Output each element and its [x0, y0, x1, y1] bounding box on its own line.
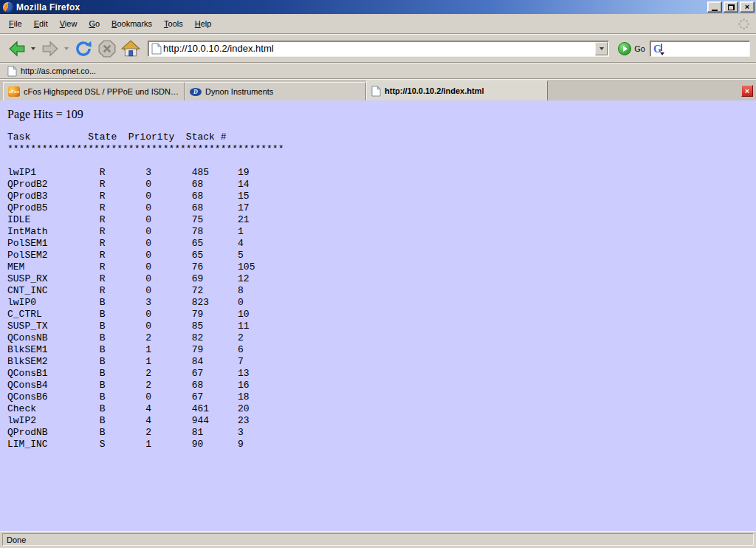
search-input[interactable]: [665, 43, 748, 55]
url-bar: [148, 41, 609, 57]
tab-strip: cFoscFos Highspeed DSL / PPPoE und ISDN …: [3, 81, 548, 100]
go-icon: [618, 42, 631, 55]
url-input[interactable]: [162, 43, 595, 54]
minimize-icon: [712, 10, 718, 11]
menu-file[interactable]: File: [3, 17, 28, 30]
cfos-icon: cFos: [8, 86, 20, 97]
reload-button[interactable]: [72, 38, 94, 60]
back-icon: [7, 39, 27, 58]
bookmark-item[interactable]: http://as.cmpnet.co...: [4, 65, 99, 78]
status-bar: Done: [0, 531, 756, 548]
tab-dynon[interactable]: DDynon Instruments: [185, 82, 366, 100]
close-button[interactable]: ×: [740, 1, 755, 13]
page-hits-text: Page Hits = 109: [7, 108, 756, 121]
go-button[interactable]: Go: [615, 41, 648, 57]
back-dropdown-icon[interactable]: [31, 47, 35, 50]
status-text: Done: [2, 533, 754, 546]
firefox-icon: [3, 2, 13, 13]
close-icon: ×: [745, 3, 749, 11]
title-bar: Mozilla Firefox ×: [0, 0, 756, 14]
menu-help[interactable]: Help: [189, 17, 218, 30]
google-search-icon[interactable]: G: [652, 42, 665, 55]
forward-dropdown-icon[interactable]: [64, 47, 69, 50]
menu-bookmarks[interactable]: Bookmarks: [106, 17, 158, 30]
url-dropdown-button[interactable]: [595, 42, 608, 55]
home-button[interactable]: [120, 38, 142, 60]
bookmarks-toolbar: http://as.cmpnet.co...: [0, 63, 756, 79]
restore-icon: [728, 4, 735, 10]
close-tab-button[interactable]: ×: [741, 85, 753, 97]
back-button[interactable]: [6, 38, 28, 60]
menu-tools[interactable]: Tools: [158, 17, 189, 30]
tab-label: Dynon Instruments: [205, 87, 273, 96]
stop-button[interactable]: [96, 38, 118, 60]
tab-label: http://10.0.10.2/index.html: [385, 86, 484, 95]
tab-index[interactable]: http://10.0.10.2/index.html: [366, 81, 548, 100]
bookmark-label: http://as.cmpnet.co...: [21, 66, 96, 75]
home-icon: [121, 39, 140, 58]
forward-button[interactable]: [39, 38, 61, 60]
throbber-icon: [737, 17, 750, 30]
minimize-button[interactable]: [707, 1, 722, 13]
forward-icon: [41, 39, 60, 58]
window-title: Mozilla Firefox: [16, 2, 706, 13]
menu-view[interactable]: View: [54, 17, 83, 30]
reload-icon: [74, 39, 93, 58]
navigation-toolbar: Go G: [0, 34, 756, 63]
menu-bar: FileEditViewGoBookmarksToolsHelp: [0, 14, 756, 34]
page-icon: [371, 86, 381, 97]
restore-button[interactable]: [724, 1, 738, 13]
stop-icon: [97, 39, 117, 58]
dynon-icon: D: [190, 88, 202, 96]
tab-bar: cFoscFos Highspeed DSL / PPPoE und ISDN …: [0, 79, 756, 100]
tab-label: cFos Highspeed DSL / PPPoE und ISDN CAP.…: [24, 87, 179, 96]
page-content: Page Hits = 109 Task State Priority Stac…: [0, 100, 756, 531]
menu-go[interactable]: Go: [83, 17, 106, 30]
tab-cfos[interactable]: cFoscFos Highspeed DSL / PPPoE und ISDN …: [3, 82, 185, 100]
browser-window: Mozilla Firefox × FileEditViewGoBookmark…: [0, 0, 756, 548]
task-table: Task State Priority Stack # ************…: [7, 131, 756, 451]
menu-items: FileEditViewGoBookmarksToolsHelp: [3, 17, 217, 30]
menu-edit[interactable]: Edit: [28, 17, 54, 30]
page-icon: [151, 43, 162, 55]
page-icon: [7, 66, 17, 77]
go-label: Go: [634, 44, 645, 53]
search-box: G: [650, 41, 750, 57]
